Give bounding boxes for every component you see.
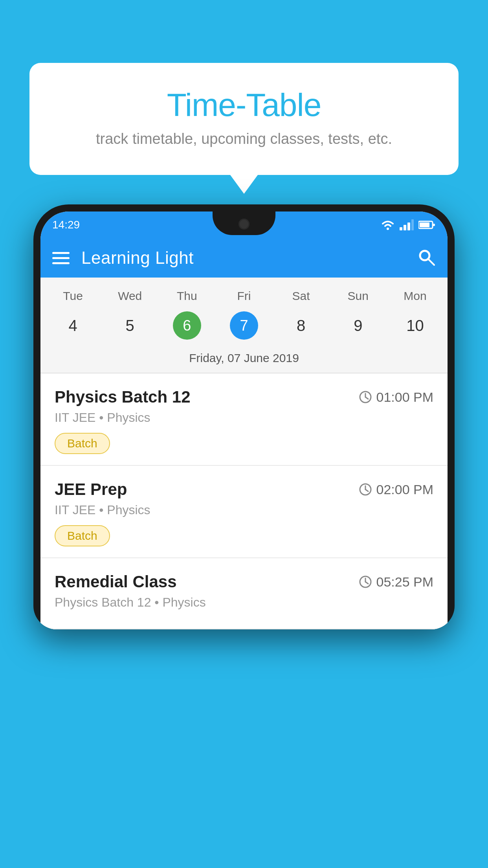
item-title-1: Physics Batch 12 [55,388,191,406]
day-name-sun: Sun [330,285,387,307]
day-6-today[interactable]: 6 [173,311,201,340]
svg-rect-7 [420,223,429,227]
item-header-1: Physics Batch 12 01:00 PM [55,388,433,406]
schedule-item-2[interactable]: JEE Prep 02:00 PM IIT JEE • Physics Batc… [40,466,448,558]
svg-rect-6 [433,224,435,226]
phone-screen: 14:29 [40,211,448,629]
clock-icon-3 [359,575,372,588]
svg-line-18 [365,582,368,584]
item-title-3: Remedial Class [55,572,177,591]
item-time-2: 02:00 PM [359,482,433,497]
svg-rect-1 [400,227,402,230]
svg-line-9 [429,259,434,265]
clock-icon-2 [359,483,372,496]
app-toolbar: Learning Light [40,238,448,278]
schedule-list: Physics Batch 12 01:00 PM IIT JEE • Phys… [40,373,448,629]
selected-date-label: Friday, 07 June 2019 [40,348,448,373]
item-time-1: 01:00 PM [359,390,433,405]
hamburger-line-3 [52,262,70,264]
day-10[interactable]: 10 [387,310,444,341]
svg-rect-3 [407,223,410,230]
calendar-week: Tue Wed Thu Fri Sat Sun Mon 4 5 6 7 8 9 … [40,278,448,373]
item-title-2: JEE Prep [55,480,127,499]
days-numbers: 4 5 6 7 8 9 10 [40,307,448,348]
svg-point-8 [420,251,429,260]
item-header-3: Remedial Class 05:25 PM [55,572,433,591]
svg-point-0 [387,228,389,230]
clock-icon-1 [359,390,372,404]
status-icons [381,219,436,230]
day-9[interactable]: 9 [330,310,387,341]
day-4[interactable]: 4 [44,310,101,341]
schedule-item-1[interactable]: Physics Batch 12 01:00 PM IIT JEE • Phys… [40,373,448,466]
day-name-mon: Mon [387,285,444,307]
item-header-2: JEE Prep 02:00 PM [55,480,433,499]
svg-line-12 [365,397,368,399]
phone-wrapper: 14:29 [33,204,455,868]
hamburger-line-1 [52,252,70,254]
day-name-thu: Thu [158,285,215,307]
tooltip-card: Time-Table track timetable, upcoming cla… [29,63,459,175]
day-name-fri: Fri [215,285,272,307]
days-header: Tue Wed Thu Fri Sat Sun Mon [40,285,448,307]
batch-badge-2: Batch [55,525,110,546]
item-sub-2: IIT JEE • Physics [55,503,433,517]
hamburger-menu-button[interactable] [52,252,70,264]
phone-frame: 14:29 [33,204,455,629]
day-name-tue: Tue [44,285,101,307]
hamburger-line-2 [52,257,70,259]
search-button[interactable] [417,248,436,268]
search-icon [417,248,436,267]
day-8[interactable]: 8 [273,310,330,341]
tooltip-subtitle: track timetable, upcoming classes, tests… [49,131,439,147]
status-bar: 14:29 [40,211,448,238]
tooltip-title: Time-Table [49,86,439,123]
app-title: Learning Light [81,248,405,268]
battery-icon [418,220,436,230]
item-sub-1: IIT JEE • Physics [55,410,433,425]
svg-rect-2 [404,225,406,230]
day-5[interactable]: 5 [101,310,158,341]
item-sub-3: Physics Batch 12 • Physics [55,595,433,610]
item-time-3: 05:25 PM [359,574,433,590]
svg-rect-4 [411,219,414,230]
day-7-selected[interactable]: 7 [230,311,258,340]
signal-icon [400,219,414,230]
wifi-icon [381,219,395,230]
day-name-wed: Wed [101,285,158,307]
front-camera [238,219,250,230]
batch-badge-1: Batch [55,433,110,454]
day-name-sat: Sat [273,285,330,307]
status-time: 14:29 [52,219,80,231]
svg-line-15 [365,489,368,491]
schedule-item-3[interactable]: Remedial Class 05:25 PM Physics Batch 12… [40,558,448,629]
